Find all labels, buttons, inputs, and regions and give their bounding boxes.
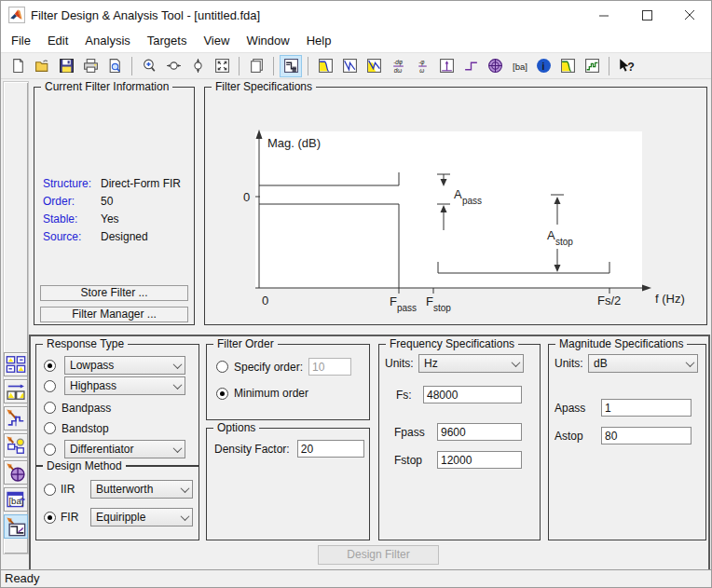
filter-order-panel: Filter Order Specify order: Minimum orde… <box>206 344 370 420</box>
x-axis-unit-label: f (Hz) <box>655 292 685 306</box>
window-title: Filter Design & Analysis Tool - [untitle… <box>31 8 260 22</box>
fs-half-label: Fs/2 <box>597 294 621 308</box>
menu-analysis[interactable]: Analysis <box>76 30 138 51</box>
apass-input[interactable] <box>601 399 691 417</box>
current-filter-info-title: Current Filter Information <box>41 80 172 93</box>
filter-information-icon[interactable]: i <box>532 55 555 77</box>
open-file-icon[interactable] <box>31 55 53 77</box>
set-quantization-parameters-icon[interactable] <box>4 406 28 431</box>
freq-units-value: Hz <box>424 357 509 370</box>
iir-label: IIR <box>61 483 83 496</box>
specify-order-radio[interactable] <box>216 361 228 373</box>
fstop-input[interactable] <box>437 451 522 469</box>
matlab-app-icon <box>8 7 25 23</box>
maximize-button[interactable] <box>625 1 668 29</box>
realize-model-icon[interactable] <box>4 433 28 458</box>
new-file-icon[interactable] <box>7 55 29 77</box>
astop-input[interactable] <box>601 427 691 444</box>
step-response-icon[interactable] <box>459 55 482 77</box>
iir-radio[interactable] <box>44 484 56 496</box>
fdatool-window: Filter Design & Analysis Tool - [untitle… <box>0 0 712 588</box>
stable-row: Stable: Yes <box>43 211 181 228</box>
filter-manager-button[interactable]: Filter Manager ... <box>40 307 188 322</box>
design-filter-icon[interactable] <box>4 514 28 539</box>
bandpass-label: Bandpass <box>62 402 111 415</box>
toolbar-separator <box>609 57 609 75</box>
zoom-y-icon[interactable] <box>186 55 209 77</box>
store-filter-button[interactable]: Store Filter ... <box>40 285 188 301</box>
magnitude-response-with-specs-icon[interactable] <box>556 55 579 77</box>
menubar: File Edit Analysis Targets View Window H… <box>1 29 711 53</box>
menu-help[interactable]: Help <box>298 30 340 51</box>
create-multirate-filter-icon[interactable] <box>4 352 28 376</box>
magnitude-response-icon[interactable] <box>314 55 336 77</box>
svg-text:dω: dω <box>393 67 402 74</box>
source-value: Designed <box>101 228 148 246</box>
menu-window[interactable]: Window <box>238 30 297 51</box>
density-factor-label: Density Factor: <box>214 443 290 456</box>
close-button[interactable] <box>668 1 711 29</box>
design-panel: Response Type Lowpass Highpass <box>29 335 710 571</box>
print-preview-icon[interactable] <box>103 55 126 77</box>
structure-label: Structure: <box>43 175 101 193</box>
toolbar-separator <box>131 57 132 75</box>
menu-targets[interactable]: Targets <box>139 30 196 51</box>
zoom-x-icon[interactable] <box>162 55 185 77</box>
impulse-response-icon[interactable] <box>435 55 458 77</box>
fir-radio[interactable] <box>44 512 56 524</box>
save-icon[interactable] <box>55 55 77 77</box>
print-to-figure-icon[interactable] <box>245 55 267 77</box>
design-filter-button[interactable]: Design Filter <box>318 545 439 565</box>
menu-file[interactable]: File <box>3 30 39 51</box>
order-value: 50 <box>101 193 113 211</box>
menu-edit[interactable]: Edit <box>39 30 76 51</box>
filter-specifications-plot: Mag. (dB) 0 0 F pass <box>206 94 705 318</box>
bandstop-label: Bandstop <box>62 422 109 435</box>
fpass-input[interactable] <box>437 423 522 441</box>
phase-response-icon[interactable] <box>338 55 361 77</box>
bandstop-radio[interactable] <box>44 422 56 434</box>
transform-filter-icon[interactable] <box>4 379 28 403</box>
import-filter-icon[interactable]: [ba] <box>4 487 28 512</box>
specify-order-input[interactable] <box>308 358 351 376</box>
minimum-order-radio[interactable] <box>216 388 228 400</box>
filter-specifications-title: Filter Specifications <box>212 80 316 93</box>
minimize-button[interactable] <box>582 1 625 29</box>
fs-label: Fs: <box>396 389 422 402</box>
quantized-response-icon[interactable] <box>581 55 603 77</box>
fir-method-value: Equiripple <box>96 511 178 524</box>
frequency-specifications-title: Frequency Specifications <box>386 337 518 350</box>
lowpass-dropdown[interactable]: Lowpass <box>64 356 185 375</box>
bandpass-radio[interactable] <box>44 402 56 414</box>
chevron-down-icon <box>181 484 190 493</box>
magnitude-specifications-title: Magnitude Specifications <box>555 337 687 350</box>
highpass-radio[interactable] <box>44 380 56 392</box>
pole-zero-plot-icon[interactable] <box>484 55 506 77</box>
fir-method-dropdown[interactable]: Equiripple <box>90 508 193 526</box>
status-text: Ready <box>5 571 40 585</box>
full-view-icon[interactable] <box>211 55 233 77</box>
mag-units-dropdown[interactable]: dB <box>588 354 698 373</box>
menu-view[interactable]: View <box>195 30 238 51</box>
differentiator-dropdown[interactable]: Differentiator <box>64 440 185 458</box>
context-help-icon[interactable]: ? <box>615 55 637 77</box>
magnitude-and-phase-response-icon[interactable] <box>363 55 385 77</box>
phase-delay-icon[interactable]: -φω <box>411 55 433 77</box>
zoom-in-icon[interactable] <box>138 55 160 77</box>
iir-method-dropdown[interactable]: Butterworth <box>90 480 193 499</box>
freq-units-dropdown[interactable]: Hz <box>418 354 524 373</box>
differentiator-radio[interactable] <box>44 444 56 456</box>
iir-method-value: Butterworth <box>96 483 178 496</box>
pole-zero-editor-icon[interactable] <box>4 460 28 485</box>
group-delay-icon[interactable]: -dφdω <box>387 55 409 77</box>
lowpass-radio[interactable] <box>44 360 56 372</box>
filter-coefficients-icon[interactable]: [ba] <box>508 55 530 77</box>
filter-specifications-icon[interactable] <box>280 55 302 77</box>
fs-input[interactable] <box>423 386 522 403</box>
density-factor-input[interactable] <box>297 440 364 458</box>
current-filter-info-panel: Current Filter Information Structure: Di… <box>34 87 195 325</box>
options-title: Options <box>213 421 259 434</box>
print-icon[interactable] <box>79 55 102 77</box>
highpass-dropdown[interactable]: Highpass <box>64 376 185 395</box>
magnitude-specifications-panel: Magnitude Specifications Units: dB Apass… <box>548 344 706 540</box>
